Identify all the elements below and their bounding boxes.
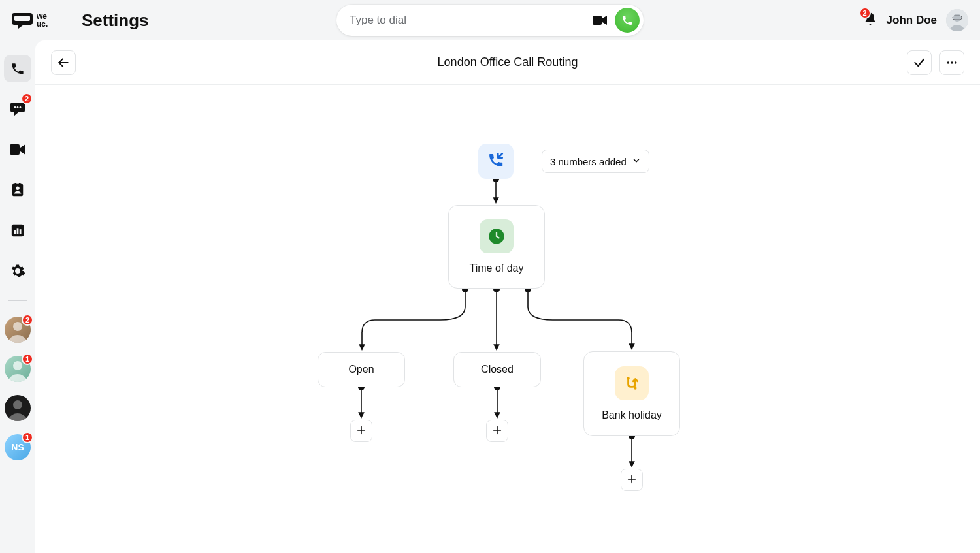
svg-rect-20 (20, 229, 22, 234)
user-name[interactable]: John Doe (887, 14, 937, 27)
add-step-open[interactable] (350, 420, 372, 442)
sidebar-contact-1[interactable]: 2 (5, 317, 31, 343)
svg-point-10 (17, 106, 19, 108)
plus-icon (356, 424, 367, 439)
header-user-area: 2 John Doe (863, 9, 968, 31)
bank-holiday-node[interactable]: Bank holiday (583, 351, 680, 436)
clock-icon (480, 219, 514, 253)
chevron-down-icon (632, 156, 641, 167)
sidebar-item-analytics[interactable] (4, 217, 31, 244)
svg-point-25 (947, 61, 949, 63)
sidebar: 2 2 1 NS 1 (0, 40, 35, 553)
sidebar-contact-1-badge: 2 (22, 314, 33, 326)
svg-rect-18 (14, 230, 16, 234)
sidebar-contact-4[interactable]: NS 1 (5, 434, 31, 460)
svg-rect-19 (17, 228, 19, 234)
svg-point-14 (16, 187, 20, 191)
svg-rect-15 (14, 183, 16, 185)
svg-rect-1 (14, 16, 30, 21)
time-of-day-label: Time of day (470, 262, 524, 274)
svg-point-21 (13, 322, 22, 331)
svg-point-22 (13, 361, 22, 370)
dialer-bar (336, 5, 644, 36)
app-header: we uc. Settings 2 John Doe (0, 0, 980, 40)
sidebar-item-phone[interactable] (4, 55, 31, 82)
open-label: Open (348, 364, 374, 375)
svg-point-26 (951, 61, 953, 63)
plus-icon (492, 424, 502, 439)
svg-point-9 (14, 106, 16, 108)
page-title: Settings (82, 10, 149, 31)
add-step-holiday[interactable] (621, 469, 643, 491)
svg-rect-4 (593, 16, 602, 25)
open-node[interactable]: Open (318, 352, 405, 387)
flow-canvas[interactable]: 3 numbers added Time of day Open Closed (35, 85, 980, 553)
numbers-dropdown[interactable]: 3 numbers added (542, 150, 649, 173)
notifications-badge: 2 (859, 7, 871, 19)
svg-point-23 (13, 400, 22, 409)
flow-header: London Office Call Routing (35, 40, 980, 85)
flow-title: London Office Call Routing (438, 55, 578, 69)
bank-holiday-label: Bank holiday (602, 409, 662, 421)
sidebar-contact-2[interactable]: 1 (5, 356, 31, 382)
incoming-call-icon (487, 151, 504, 171)
closed-node[interactable]: Closed (453, 352, 541, 387)
main-panel: London Office Call Routing (35, 40, 980, 553)
video-call-icon[interactable] (589, 9, 611, 31)
more-button[interactable] (939, 50, 964, 75)
entry-node[interactable] (478, 144, 514, 179)
avatar[interactable] (946, 9, 968, 31)
confirm-button[interactable] (907, 50, 932, 75)
sidebar-contact-3[interactable] (5, 395, 31, 421)
svg-point-11 (20, 106, 22, 108)
numbers-label: 3 numbers added (550, 156, 627, 167)
sidebar-item-video[interactable] (4, 136, 31, 163)
route-icon (615, 366, 649, 400)
svg-rect-16 (19, 183, 21, 185)
sidebar-item-chat[interactable]: 2 (4, 95, 31, 123)
chat-badge: 2 (21, 93, 33, 104)
back-button[interactable] (51, 50, 76, 75)
dial-input[interactable] (350, 14, 589, 27)
svg-point-27 (955, 61, 956, 63)
notifications-button[interactable]: 2 (863, 11, 877, 29)
sidebar-item-contacts[interactable] (4, 176, 31, 204)
svg-text:uc.: uc. (37, 20, 48, 29)
brand-logo: we uc. (12, 8, 67, 32)
plus-icon (627, 473, 637, 488)
sidebar-contact-2-badge: 1 (22, 353, 33, 365)
closed-label: Closed (481, 364, 514, 375)
svg-point-6 (953, 14, 961, 22)
add-step-closed[interactable] (486, 420, 508, 442)
sidebar-divider (8, 300, 27, 301)
sidebar-contact-4-badge: 1 (22, 432, 33, 443)
dial-button[interactable] (615, 8, 640, 33)
sidebar-item-settings[interactable] (4, 257, 31, 285)
time-of-day-node[interactable]: Time of day (448, 205, 545, 289)
svg-rect-12 (10, 144, 20, 155)
